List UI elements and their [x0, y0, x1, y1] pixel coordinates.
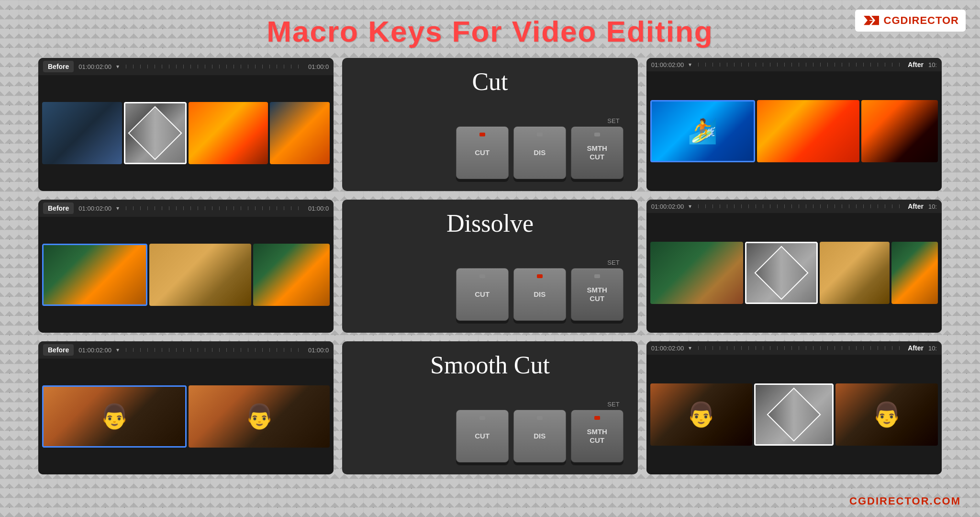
after-panel-cut: 01:00:02:00 ▾ After 10: 🏄	[646, 58, 942, 191]
dis-key-smth-label: DIS	[534, 432, 546, 440]
main-grid: Before 01:00:02:00 ▾ 01:00:0 Cut SET CUT	[0, 58, 980, 474]
cut-indicator-smoothcut	[479, 416, 485, 420]
clip-dissolve-after	[745, 242, 818, 304]
logo-text: CGDIRECTOR	[884, 14, 959, 27]
clip-wave: 🏄	[650, 100, 756, 162]
dis-key-label: DIS	[534, 148, 546, 157]
timeline-content-after-smoothcut: 👨 👨	[646, 355, 942, 474]
timecode2-dissolve-after: 10:	[928, 203, 937, 210]
person-after2-face: 👨	[835, 383, 938, 446]
ruler-smoothcut-before	[126, 348, 301, 352]
keys-row-dissolve: CUT DIS SMTHCUT	[456, 268, 624, 321]
timeline-header-before-dissolve: Before 01:00:02:00 ▾ 01:00:0	[38, 200, 334, 217]
logo: CGDIRECTOR	[855, 10, 966, 32]
cut-key-cut-row[interactable]: CUT	[456, 126, 509, 179]
clip-person2-before: 👨	[189, 385, 330, 448]
clip-smoothcut-after	[754, 383, 834, 446]
after-panel-dissolve: 01:00:02:00 ▾ After 10:	[646, 200, 942, 333]
smthcut-key-cut-row[interactable]: SMTHCUT	[571, 126, 624, 179]
timecode-dissolve-after: 01:00:02:00	[651, 203, 684, 210]
before-panel-dissolve: Before 01:00:02:00 ▾ 01:00:0	[38, 200, 334, 333]
keys-row-cut: CUT DIS SMTHCUT	[456, 126, 624, 179]
smthcut-key-smth-label: SMTHCUT	[587, 427, 607, 445]
set-label-dissolve: SET	[607, 259, 619, 266]
dis-key-dissolve-row[interactable]: DIS	[513, 268, 566, 321]
timeline-header-after-smoothcut: 01:00:02:00 ▾ After 10:	[646, 341, 942, 355]
keys-area-smoothcut: SET CUT DIS SMTHCUT	[356, 401, 623, 462]
ruler-dissolve-after	[698, 204, 901, 208]
clip-surfer-dark	[42, 102, 122, 164]
set-label-smoothcut: SET	[607, 401, 619, 408]
smthcut-indicator-cut	[594, 133, 600, 136]
chevron-cut-before: ▾	[116, 63, 119, 70]
keys-area-cut: SET CUT DIS SMTHCUT	[356, 117, 623, 179]
diamond-transition	[128, 106, 182, 160]
smthcut-key-smoothcut-row[interactable]: SMTHCUT	[571, 410, 624, 462]
footer-text: CGDIRECTOR.COM	[849, 495, 961, 507]
smthcut-key-dis-label: SMTHCUT	[587, 286, 607, 303]
timecode2-dissolve-before: 01:00:0	[308, 205, 329, 212]
set-label-cut: SET	[607, 117, 619, 124]
dis-key-dis-label: DIS	[534, 290, 546, 299]
cut-key-label: CUT	[475, 148, 490, 157]
timeline-header-before-smoothcut: Before 01:00:02:00 ▾ 01:00:0	[38, 341, 334, 359]
timeline-header-after-cut: 01:00:02:00 ▾ After 10:	[646, 58, 942, 71]
dis-indicator-smoothcut	[537, 416, 543, 420]
person2-face: 👨	[189, 385, 330, 448]
chevron-dissolve-after: ▾	[689, 203, 691, 210]
timeline-content-after-cut: 🏄	[646, 71, 942, 191]
clip-turtle3-after	[891, 242, 938, 304]
before-label: Before	[43, 61, 74, 72]
ruler-cut-before	[126, 65, 301, 68]
timecode-smoothcut-after: 01:00:02:00	[651, 345, 684, 352]
timecode-cut-after: 01:00:02:00	[651, 61, 684, 68]
ruler-cut-after	[698, 63, 901, 67]
after-label-smoothcut: After	[908, 344, 924, 352]
clip-turtle2-before	[253, 244, 330, 306]
smthcut-key-dissolve-row[interactable]: SMTHCUT	[571, 268, 624, 321]
clip-bird-before	[149, 244, 252, 306]
smthcut-indicator-smoothcut	[594, 416, 600, 420]
timecode-cut-before: 01:00:02:00	[78, 63, 111, 70]
keyboard-panel-smoothcut: Smooth Cut SET CUT DIS SMTHCUT	[342, 341, 637, 474]
clip-sunset	[189, 102, 268, 164]
smoothcut-label: Smooth Cut	[430, 351, 550, 379]
after-panel-smoothcut: 01:00:02:00 ▾ After 10: 👨 👨	[646, 341, 942, 474]
diamond-smoothcut	[767, 387, 821, 441]
clip-turtle-after	[650, 242, 743, 304]
timecode-smoothcut-before: 01:00:02:00	[78, 347, 111, 354]
keyboard-panel-dissolve: Dissolve SET CUT DIS SMTHCUT	[342, 200, 637, 333]
clip-silhouette	[861, 100, 938, 162]
clip-sunset-after	[757, 100, 859, 162]
clip-turtle-before	[42, 244, 147, 306]
dis-indicator-cut	[537, 133, 543, 136]
timecode2-cut-after: 10:	[928, 61, 937, 68]
before-label-smoothcut: Before	[43, 344, 74, 356]
clip-person1-before: 👨	[42, 385, 187, 448]
chevron-smoothcut-before: ▾	[116, 347, 119, 353]
clip-person-after2: 👨	[835, 383, 938, 446]
timeline-content-before-smoothcut: 👨 👨	[38, 359, 334, 474]
timecode2-cut-before: 01:00:0	[308, 63, 329, 70]
smthcut-indicator-dissolve	[594, 274, 600, 278]
timecode-dissolve-before: 01:00:02:00	[78, 205, 111, 212]
before-panel-cut: Before 01:00:02:00 ▾ 01:00:0	[38, 58, 334, 191]
cut-key-smoothcut-row[interactable]: CUT	[456, 410, 509, 462]
cut-key-dissolve-row[interactable]: CUT	[456, 268, 509, 321]
timecode2-smoothcut-before: 01:00:0	[308, 347, 329, 354]
timeline-content-before-dissolve	[38, 217, 334, 333]
keys-row-smoothcut: CUT DIS SMTHCUT	[456, 410, 624, 462]
timeline-header-after-dissolve: 01:00:02:00 ▾ After 10:	[646, 200, 942, 213]
dis-indicator-dissolve	[537, 274, 543, 278]
chevron-smoothcut-after: ▾	[689, 345, 691, 351]
person1-face: 👨	[44, 387, 185, 446]
logo-icon	[862, 13, 881, 28]
dis-key-cut-row[interactable]: DIS	[513, 126, 566, 179]
ruler-smoothcut-after	[698, 346, 901, 350]
clip-bird-after	[820, 242, 890, 304]
timeline-content-after-dissolve	[646, 213, 942, 333]
dis-key-smoothcut-row[interactable]: DIS	[513, 410, 566, 462]
clip-cut-transition	[124, 102, 187, 164]
clip-beach	[270, 102, 330, 164]
before-panel-smoothcut: Before 01:00:02:00 ▾ 01:00:0 👨 👨	[38, 341, 334, 474]
